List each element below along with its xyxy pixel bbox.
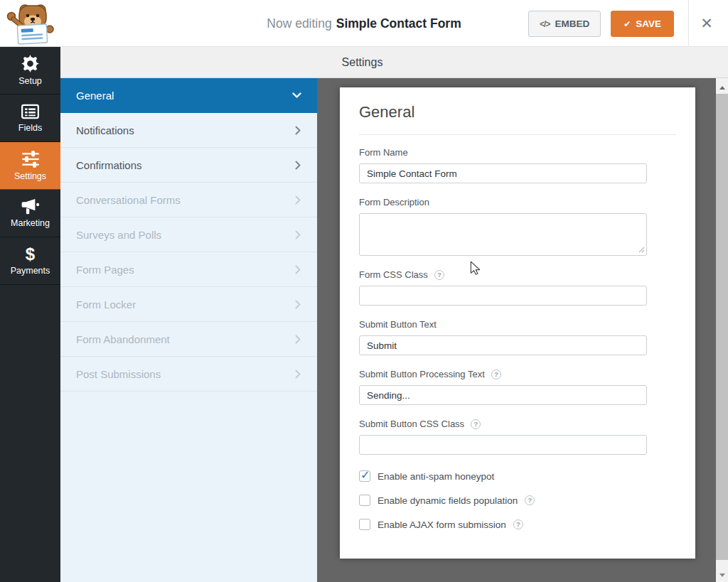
chevron-right-icon	[295, 265, 301, 274]
wpforms-bear-logo	[6, 2, 57, 45]
nav-item-settings[interactable]: Settings	[0, 142, 60, 190]
top-header: Now editing Simple Contact Form </> EMBE…	[0, 0, 728, 47]
scroll-up-arrow[interactable]	[716, 82, 728, 92]
save-button[interactable]: ✔ SAVE	[611, 11, 674, 37]
close-builder-button[interactable]: ✕	[695, 0, 719, 47]
field-form-description: Form Description	[359, 197, 676, 256]
nav-label: Setup	[18, 76, 42, 86]
checkbox-label: Enable anti-spam honeypot	[378, 471, 494, 482]
settings-menu-item-post-submissions[interactable]: Post Submissions	[60, 357, 317, 392]
settings-menu-item-conversational-forms[interactable]: Conversational Forms	[60, 183, 317, 217]
chevron-right-icon	[295, 300, 301, 309]
settings-menu-item-general[interactable]: General	[60, 78, 317, 113]
submit-css-class-input[interactable]	[359, 435, 647, 455]
chevron-down-icon	[292, 92, 301, 99]
form-name-input[interactable]	[359, 163, 647, 183]
checkbox-label: Enable dynamic fields population	[378, 495, 518, 506]
help-icon[interactable]: ?	[471, 419, 481, 429]
chevron-right-icon	[295, 161, 301, 170]
menu-item-label: Confirmations	[76, 159, 142, 171]
field-label: Submit Button CSS Class	[359, 419, 464, 429]
field-submit-button-text: Submit Button Text	[359, 319, 676, 355]
chevron-right-icon	[295, 195, 301, 205]
menu-item-label: Post Submissions	[76, 368, 161, 380]
section-heading: General	[359, 103, 676, 122]
checkbox-label: Enable AJAX form submission	[378, 519, 506, 530]
close-icon: ✕	[700, 15, 713, 32]
field-submit-css-class: Submit Button CSS Class ?	[359, 419, 676, 455]
settings-menu-item-surveys-and-polls[interactable]: Surveys and Polls	[60, 217, 317, 252]
field-label: Submit Button Processing Text	[359, 369, 485, 379]
nav-item-fields[interactable]: Fields	[0, 95, 60, 142]
scrollbar-thumb[interactable]	[716, 94, 728, 560]
embed-button-label: EMBED	[555, 18, 589, 29]
checkmark-icon: ✔	[623, 19, 631, 29]
help-icon[interactable]: ?	[525, 495, 535, 505]
form-css-class-input[interactable]	[359, 286, 647, 306]
form-description-textarea[interactable]	[359, 213, 647, 256]
field-submit-processing-text: Submit Button Processing Text ?	[359, 369, 676, 405]
anti-spam-honeypot-checkbox[interactable]: ✓	[359, 470, 370, 482]
editing-form-name: Simple Contact Form	[336, 16, 461, 31]
scroll-down-arrow[interactable]	[716, 570, 728, 580]
form-fields-icon	[21, 104, 39, 119]
embed-button[interactable]: </> EMBED	[528, 11, 601, 37]
submit-button-text-input[interactable]	[359, 335, 647, 355]
panel-title-text: Settings	[342, 56, 383, 69]
field-label: Form CSS Class	[359, 269, 428, 280]
field-label: Form Name	[359, 147, 408, 158]
field-form-name: Form Name	[359, 147, 676, 183]
settings-menu-item-confirmations[interactable]: Confirmations	[60, 148, 317, 183]
field-label: Submit Button Text	[359, 319, 437, 330]
settings-menu-item-form-pages[interactable]: Form Pages	[60, 252, 317, 287]
menu-item-label: Notifications	[76, 124, 134, 136]
chevron-right-icon	[295, 230, 301, 239]
help-icon[interactable]: ?	[513, 519, 523, 529]
heading-divider	[359, 134, 676, 135]
now-editing-title: Now editing Simple Contact Form	[267, 0, 461, 47]
dollar-icon: $	[26, 247, 35, 262]
field-form-css-class: Form CSS Class ?	[359, 269, 676, 306]
nav-label: Payments	[11, 266, 50, 276]
option-anti-spam-honeypot: ✓ Enable anti-spam honeypot	[359, 470, 676, 482]
submit-processing-text-input[interactable]	[359, 385, 647, 405]
sliders-icon	[21, 151, 40, 168]
nav-label: Marketing	[11, 218, 50, 228]
field-label: Form Description	[359, 197, 429, 208]
nav-label: Fields	[18, 123, 42, 133]
menu-item-label: General	[76, 90, 114, 102]
checkbox-check-icon: ✓	[360, 468, 370, 482]
general-settings-panel: General Form Name Form Description Form …	[340, 87, 695, 559]
chevron-right-icon	[295, 335, 301, 344]
menu-item-label: Form Abandonment	[76, 333, 170, 345]
resize-grip[interactable]	[638, 247, 645, 253]
chevron-right-icon	[295, 370, 301, 379]
vertical-scrollbar[interactable]	[716, 78, 728, 582]
nav-item-marketing[interactable]: Marketing	[0, 190, 60, 237]
nav-label: Settings	[14, 171, 46, 181]
nav-item-payments[interactable]: $ Payments	[0, 237, 60, 285]
code-icon: </>	[540, 19, 550, 29]
settings-menu-item-form-locker[interactable]: Form Locker	[60, 287, 317, 322]
nav-item-setup[interactable]: Setup	[0, 47, 60, 95]
help-icon[interactable]: ?	[491, 370, 501, 379]
wpforms-builder: { "header": { "now_editing": "Now editin…	[0, 0, 728, 582]
save-button-label: SAVE	[636, 18, 661, 29]
option-ajax-form-submission: Enable AJAX form submission ?	[359, 519, 676, 530]
megaphone-icon	[21, 198, 39, 215]
settings-menu-sidebar: General Notifications Confirmations Conv…	[60, 78, 317, 582]
gear-icon	[21, 55, 39, 72]
menu-item-label: Form Locker	[76, 298, 136, 311]
menu-item-label: Form Pages	[76, 264, 134, 276]
checkbox-options: ✓ Enable anti-spam honeypot Enable dynam…	[359, 470, 676, 530]
dynamic-fields-checkbox[interactable]	[359, 495, 370, 506]
option-dynamic-fields-population: Enable dynamic fields population ?	[359, 495, 676, 506]
settings-menu-item-form-abandonment[interactable]: Form Abandonment	[60, 322, 317, 357]
builder-nav-sidebar: Setup Fields Settings Market	[0, 47, 60, 582]
ajax-submission-checkbox[interactable]	[359, 519, 370, 530]
help-icon[interactable]: ?	[434, 270, 444, 280]
chevron-right-icon	[295, 126, 301, 135]
menu-item-label: Surveys and Polls	[76, 229, 161, 241]
settings-menu-item-notifications[interactable]: Notifications	[60, 113, 317, 148]
header-divider	[688, 0, 689, 47]
